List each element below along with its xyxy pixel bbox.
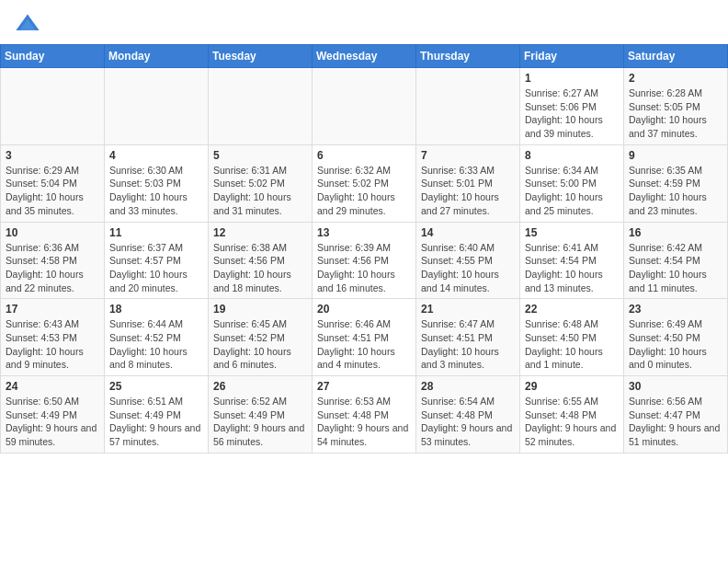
calendar-cell-5-5: 28Sunrise: 6:54 AM Sunset: 4:48 PM Dayli… — [416, 376, 520, 454]
day-info: Sunrise: 6:28 AM Sunset: 5:05 PM Dayligh… — [629, 86, 722, 141]
day-info: Sunrise: 6:34 AM Sunset: 5:00 PM Dayligh… — [525, 164, 619, 218]
day-number: 28 — [421, 380, 515, 393]
day-number: 7 — [421, 149, 515, 162]
calendar-week-row-5: 24Sunrise: 6:50 AM Sunset: 4:49 PM Dayli… — [1, 376, 728, 454]
day-number: 23 — [629, 303, 722, 316]
day-number: 10 — [6, 226, 99, 239]
calendar-week-row-4: 17Sunrise: 6:43 AM Sunset: 4:53 PM Dayli… — [1, 299, 728, 376]
day-info: Sunrise: 6:53 AM Sunset: 4:48 PM Dayligh… — [317, 395, 411, 449]
day-number: 24 — [6, 380, 99, 393]
day-info: Sunrise: 6:47 AM Sunset: 4:51 PM Dayligh… — [421, 317, 515, 372]
calendar-cell-1-5 — [416, 68, 520, 145]
page-header — [0, 0, 728, 44]
day-info: Sunrise: 6:33 AM Sunset: 5:01 PM Dayligh… — [421, 164, 515, 218]
calendar-week-row-2: 3Sunrise: 6:29 AM Sunset: 5:04 PM Daylig… — [1, 144, 728, 222]
calendar-cell-3-5: 14Sunrise: 6:40 AM Sunset: 4:55 PM Dayli… — [416, 222, 520, 299]
calendar-table: SundayMondayTuesdayWednesdayThursdayFrid… — [0, 44, 728, 454]
calendar-header-friday: Friday — [520, 45, 624, 68]
calendar-header-thursday: Thursday — [416, 45, 520, 68]
day-info: Sunrise: 6:51 AM Sunset: 4:49 PM Dayligh… — [109, 395, 203, 449]
calendar-cell-4-3: 19Sunrise: 6:45 AM Sunset: 4:52 PM Dayli… — [209, 299, 313, 376]
day-info: Sunrise: 6:32 AM Sunset: 5:02 PM Dayligh… — [317, 164, 411, 218]
day-number: 29 — [525, 380, 619, 393]
day-info: Sunrise: 6:35 AM Sunset: 4:59 PM Dayligh… — [629, 164, 722, 218]
calendar-cell-2-6: 8Sunrise: 6:34 AM Sunset: 5:00 PM Daylig… — [520, 144, 624, 222]
calendar-header-row: SundayMondayTuesdayWednesdayThursdayFrid… — [1, 45, 728, 68]
day-number: 8 — [525, 149, 619, 162]
day-number: 6 — [317, 149, 411, 162]
calendar-header-tuesday: Tuesday — [209, 45, 313, 68]
calendar-cell-3-3: 12Sunrise: 6:38 AM Sunset: 4:56 PM Dayli… — [209, 222, 313, 299]
day-number: 22 — [525, 303, 619, 316]
calendar-cell-4-7: 23Sunrise: 6:49 AM Sunset: 4:50 PM Dayli… — [624, 299, 728, 376]
day-info: Sunrise: 6:30 AM Sunset: 5:03 PM Dayligh… — [109, 164, 203, 218]
day-number: 19 — [213, 303, 307, 316]
calendar-cell-3-2: 11Sunrise: 6:37 AM Sunset: 4:57 PM Dayli… — [105, 222, 209, 299]
day-number: 5 — [213, 149, 307, 162]
day-number: 3 — [6, 149, 99, 162]
calendar-cell-3-6: 15Sunrise: 6:41 AM Sunset: 4:54 PM Dayli… — [520, 222, 624, 299]
day-number: 20 — [317, 303, 411, 316]
calendar-cell-1-3 — [209, 68, 313, 145]
day-number: 11 — [109, 226, 203, 239]
calendar-cell-5-6: 29Sunrise: 6:55 AM Sunset: 4:48 PM Dayli… — [520, 376, 624, 454]
day-number: 15 — [525, 226, 619, 239]
day-number: 18 — [109, 303, 203, 316]
day-number: 9 — [629, 149, 722, 162]
calendar-header-wednesday: Wednesday — [313, 45, 416, 68]
calendar-cell-2-7: 9Sunrise: 6:35 AM Sunset: 4:59 PM Daylig… — [624, 144, 728, 222]
calendar-cell-2-3: 5Sunrise: 6:31 AM Sunset: 5:02 PM Daylig… — [209, 144, 313, 222]
day-number: 14 — [421, 226, 515, 239]
day-number: 30 — [629, 380, 722, 393]
day-info: Sunrise: 6:49 AM Sunset: 4:50 PM Dayligh… — [629, 317, 722, 372]
day-info: Sunrise: 6:50 AM Sunset: 4:49 PM Dayligh… — [6, 395, 99, 449]
logo — [15, 11, 44, 37]
calendar-cell-1-7: 2Sunrise: 6:28 AM Sunset: 5:05 PM Daylig… — [624, 68, 728, 145]
calendar-cell-3-7: 16Sunrise: 6:42 AM Sunset: 4:54 PM Dayli… — [624, 222, 728, 299]
calendar-week-row-1: 1Sunrise: 6:27 AM Sunset: 5:06 PM Daylig… — [1, 68, 728, 145]
day-info: Sunrise: 6:56 AM Sunset: 4:47 PM Dayligh… — [629, 395, 722, 449]
day-info: Sunrise: 6:40 AM Sunset: 4:55 PM Dayligh… — [421, 241, 515, 295]
day-info: Sunrise: 6:46 AM Sunset: 4:51 PM Dayligh… — [317, 317, 411, 372]
calendar-cell-4-2: 18Sunrise: 6:44 AM Sunset: 4:52 PM Dayli… — [105, 299, 209, 376]
calendar-cell-5-1: 24Sunrise: 6:50 AM Sunset: 4:49 PM Dayli… — [1, 376, 105, 454]
calendar-cell-2-1: 3Sunrise: 6:29 AM Sunset: 5:04 PM Daylig… — [1, 144, 105, 222]
calendar-cell-1-1 — [1, 68, 105, 145]
calendar-cell-4-6: 22Sunrise: 6:48 AM Sunset: 4:50 PM Dayli… — [520, 299, 624, 376]
calendar-cell-1-4 — [313, 68, 416, 145]
day-info: Sunrise: 6:52 AM Sunset: 4:49 PM Dayligh… — [213, 395, 307, 449]
day-number: 27 — [317, 380, 411, 393]
day-info: Sunrise: 6:54 AM Sunset: 4:48 PM Dayligh… — [421, 395, 515, 449]
calendar-cell-5-4: 27Sunrise: 6:53 AM Sunset: 4:48 PM Dayli… — [313, 376, 416, 454]
day-info: Sunrise: 6:36 AM Sunset: 4:58 PM Dayligh… — [6, 241, 99, 295]
calendar-cell-5-3: 26Sunrise: 6:52 AM Sunset: 4:49 PM Dayli… — [209, 376, 313, 454]
calendar-cell-5-7: 30Sunrise: 6:56 AM Sunset: 4:47 PM Dayli… — [624, 376, 728, 454]
calendar-cell-3-1: 10Sunrise: 6:36 AM Sunset: 4:58 PM Dayli… — [1, 222, 105, 299]
calendar-cell-4-1: 17Sunrise: 6:43 AM Sunset: 4:53 PM Dayli… — [1, 299, 105, 376]
day-number: 13 — [317, 226, 411, 239]
day-info: Sunrise: 6:38 AM Sunset: 4:56 PM Dayligh… — [213, 241, 307, 295]
day-info: Sunrise: 6:48 AM Sunset: 4:50 PM Dayligh… — [525, 317, 619, 372]
day-number: 1 — [525, 72, 619, 85]
calendar-cell-2-5: 7Sunrise: 6:33 AM Sunset: 5:01 PM Daylig… — [416, 144, 520, 222]
day-info: Sunrise: 6:55 AM Sunset: 4:48 PM Dayligh… — [525, 395, 619, 449]
day-info: Sunrise: 6:45 AM Sunset: 4:52 PM Dayligh… — [213, 317, 307, 372]
day-number: 4 — [109, 149, 203, 162]
calendar-cell-4-5: 21Sunrise: 6:47 AM Sunset: 4:51 PM Dayli… — [416, 299, 520, 376]
calendar-cell-2-4: 6Sunrise: 6:32 AM Sunset: 5:02 PM Daylig… — [313, 144, 416, 222]
day-info: Sunrise: 6:27 AM Sunset: 5:06 PM Dayligh… — [525, 86, 619, 141]
calendar-cell-4-4: 20Sunrise: 6:46 AM Sunset: 4:51 PM Dayli… — [313, 299, 416, 376]
calendar-cell-2-2: 4Sunrise: 6:30 AM Sunset: 5:03 PM Daylig… — [105, 144, 209, 222]
calendar-cell-5-2: 25Sunrise: 6:51 AM Sunset: 4:49 PM Dayli… — [105, 376, 209, 454]
day-info: Sunrise: 6:39 AM Sunset: 4:56 PM Dayligh… — [317, 241, 411, 295]
day-number: 16 — [629, 226, 722, 239]
day-info: Sunrise: 6:43 AM Sunset: 4:53 PM Dayligh… — [6, 317, 99, 372]
day-number: 12 — [213, 226, 307, 239]
calendar-header-monday: Monday — [105, 45, 209, 68]
day-number: 21 — [421, 303, 515, 316]
logo-icon — [15, 11, 40, 37]
day-info: Sunrise: 6:31 AM Sunset: 5:02 PM Dayligh… — [213, 164, 307, 218]
calendar-header-sunday: Sunday — [1, 45, 105, 68]
day-info: Sunrise: 6:29 AM Sunset: 5:04 PM Dayligh… — [6, 164, 99, 218]
day-number: 2 — [629, 72, 722, 85]
